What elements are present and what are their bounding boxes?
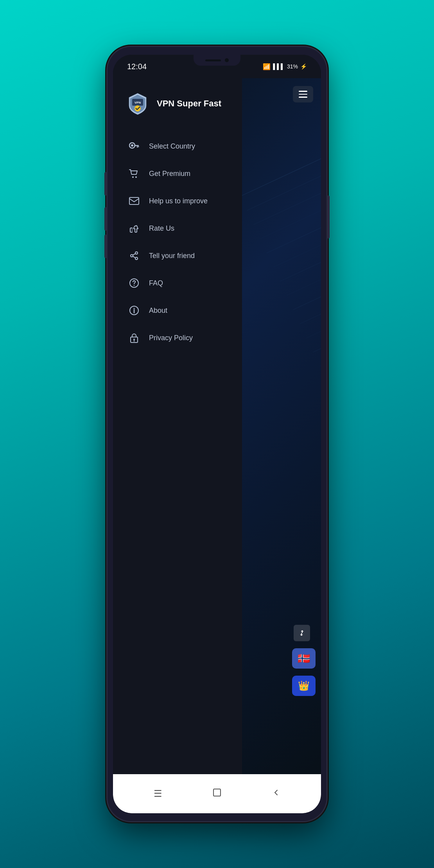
- share-icon: [128, 249, 140, 262]
- svg-point-3: [135, 105, 141, 111]
- menu-item-tell-friend[interactable]: Tell your friend: [124, 242, 234, 269]
- svg-point-5: [131, 144, 133, 147]
- question-icon: [128, 277, 140, 289]
- status-bar: 12:04 📶 ▌▌▌ 31% ⚡: [113, 55, 321, 78]
- svg-point-22: [134, 308, 135, 309]
- premium-button[interactable]: 👑: [292, 676, 316, 696]
- svg-point-10: [135, 176, 137, 178]
- svg-line-17: [133, 256, 136, 258]
- nav-menu-button[interactable]: ☰: [148, 784, 168, 803]
- menu-item-about[interactable]: About: [124, 297, 234, 324]
- cart-icon: [128, 167, 140, 180]
- norway-flag: 🇳🇴: [298, 653, 310, 665]
- hamburger-menu-button[interactable]: [293, 86, 313, 102]
- tell-friend-label: Tell your friend: [149, 252, 195, 260]
- svg-line-16: [133, 253, 136, 255]
- wifi-icon: 📶: [263, 63, 271, 70]
- select-country-label: Select Country: [149, 142, 195, 151]
- menu-item-select-country[interactable]: Select Country: [124, 133, 234, 160]
- vpn-logo: VPN: [124, 90, 151, 117]
- key-icon: [128, 140, 140, 152]
- phone-screen: 12:04 📶 ▌▌▌ 31% ⚡: [113, 55, 321, 813]
- menu-item-rate-us[interactable]: Rate Us: [124, 215, 234, 242]
- navigation-drawer: VPN VPN Super Fast: [113, 78, 242, 774]
- svg-point-9: [132, 176, 134, 178]
- app-title: VPN Super Fast: [157, 99, 221, 108]
- h-line-3: [299, 97, 307, 98]
- svg-rect-26: [213, 789, 221, 796]
- svg-rect-12: [131, 228, 133, 232]
- signal-icon: ▌▌▌: [273, 63, 285, 70]
- flag-button[interactable]: 🇳🇴: [292, 648, 316, 669]
- phone-shell: 12:04 📶 ▌▌▌ 31% ⚡: [108, 47, 326, 821]
- nav-menu-icon: ☰: [154, 788, 162, 799]
- rate-us-label: Rate Us: [149, 224, 174, 233]
- app-name: VPN Super Fast: [157, 99, 221, 109]
- bottom-navigation: ☰: [113, 774, 321, 813]
- lock-icon: [128, 332, 140, 344]
- svg-rect-6: [134, 145, 139, 146]
- svg-rect-7: [137, 146, 138, 148]
- help-improve-label: Help us to improve: [149, 197, 208, 205]
- svg-rect-11: [129, 197, 139, 204]
- nav-home-icon: [212, 787, 222, 800]
- menu-items-list: Select Country Get Premium: [124, 133, 234, 351]
- email-icon: [128, 195, 140, 207]
- speaker: [205, 59, 221, 61]
- menu-item-faq[interactable]: FAQ: [124, 270, 234, 296]
- nav-home-button[interactable]: [207, 784, 227, 803]
- menu-item-get-premium[interactable]: Get Premium: [124, 160, 234, 187]
- svg-text:VPN: VPN: [135, 101, 141, 104]
- rotate-icon: [298, 629, 306, 637]
- h-line-2: [299, 94, 307, 95]
- menu-item-privacy-policy[interactable]: Privacy Policy: [124, 325, 234, 351]
- status-time: 12:04: [127, 62, 147, 71]
- nav-back-icon: [271, 788, 281, 800]
- menu-item-help-improve[interactable]: Help us to improve: [124, 188, 234, 214]
- get-premium-label: Get Premium: [149, 170, 190, 178]
- status-icons: 📶 ▌▌▌ 31% ⚡: [263, 63, 307, 70]
- h-line-1: [299, 91, 307, 92]
- battery-icon: ⚡: [300, 63, 307, 70]
- privacy-policy-label: Privacy Policy: [149, 334, 193, 342]
- battery-percentage: 31%: [287, 63, 298, 70]
- notch: [194, 55, 240, 66]
- about-label: About: [149, 307, 167, 315]
- crown-icon: 👑: [298, 680, 310, 691]
- camera: [225, 58, 229, 62]
- faq-label: FAQ: [149, 279, 163, 287]
- rotate-button[interactable]: [294, 625, 310, 641]
- svg-point-19: [134, 285, 135, 286]
- hamburger-lines: [299, 91, 307, 98]
- screen-content: 🇳🇴 👑: [113, 78, 321, 774]
- nav-back-button[interactable]: [266, 784, 286, 803]
- svg-rect-8: [138, 146, 139, 147]
- info-icon: [128, 304, 140, 317]
- thumbsup-icon: [128, 222, 140, 235]
- drawer-header: VPN VPN Super Fast: [124, 90, 234, 117]
